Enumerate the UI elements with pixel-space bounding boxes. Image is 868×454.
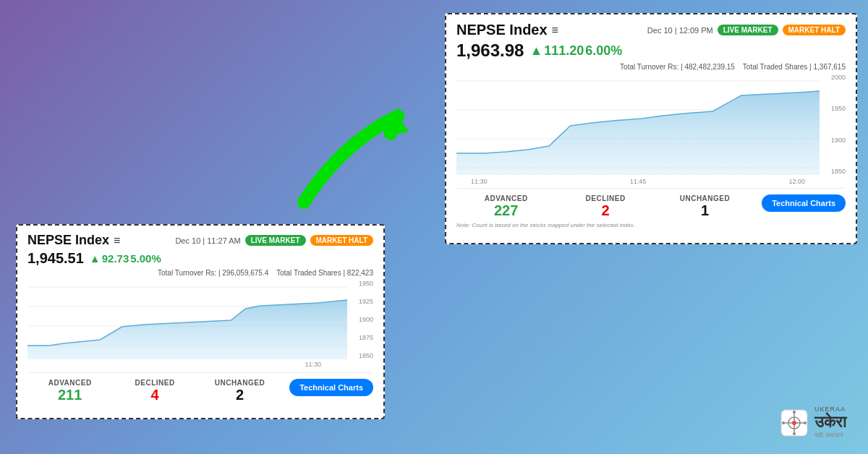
stat-advanced-small: ADVANCED 211 (27, 379, 112, 403)
change-pct-small: 5.00% (130, 252, 161, 265)
ukeraa-logo: UKERAA उकेरा सही समाचार (780, 406, 846, 440)
card-small-turnover: Total Turnover Rs: | 296,059,675.4 Total… (27, 269, 373, 277)
shares-label-small: Total Traded Shares | (276, 269, 345, 277)
stat-declined-large: DECLINED 2 (556, 194, 655, 219)
card-large-turnover: Total Turnover Rs: | 482,482,239.15 Tota… (456, 63, 846, 71)
chart-y-axis-small: 1950 1925 1900 1875 1850 (347, 280, 373, 359)
ukeraa-sub-text: सही समाचार (814, 432, 843, 440)
card-large-title-text: NEPSE Index (456, 22, 548, 38)
advanced-label-small: ADVANCED (27, 379, 112, 387)
badge-halt-large: MARKET HALT (783, 25, 846, 35)
tech-charts-container-small: Technical Charts (282, 379, 373, 396)
turnover-label-large: Total Turnover Rs: | (620, 63, 683, 71)
card-large-change: ▲ 111.20 6.00% (529, 43, 622, 59)
chart-x-axis-large: 11:30 11:45 12:00 (456, 178, 820, 185)
svg-point-18 (782, 421, 785, 424)
ukeraa-main-text: उकेरा (814, 413, 846, 432)
advanced-label-large: ADVANCED (456, 194, 556, 202)
tech-charts-btn-small[interactable]: Technical Charts (289, 379, 373, 396)
svg-point-16 (793, 411, 796, 414)
card-large-note: Note: Count is based on the stocks mappe… (456, 222, 846, 228)
unchanged-label-small: UNCHANGED (197, 379, 282, 387)
turnover-value-large: 482,482,239.15 (684, 63, 735, 71)
shares-value-large: 1,367,615 (814, 63, 846, 71)
up-arrow-small: ▲ (90, 252, 101, 265)
unchanged-value-small: 2 (197, 387, 282, 403)
chart-large: 2000 1950 1900 1850 11:30 11:45 12:00 (456, 74, 846, 175)
card-small-header: NEPSE Index ≡ Dec 10 | 11:27 AM LIVE MAR… (27, 233, 373, 248)
advanced-value-large: 227 (456, 202, 556, 219)
turnover-value-small: 296,059,675.4 (222, 269, 268, 277)
change-value-large: 111.20 (544, 43, 584, 59)
declined-label-small: DECLINED (112, 379, 197, 387)
svg-point-15 (792, 421, 796, 425)
chart-small: 1950 1925 1900 1875 1850 11:30 (27, 280, 373, 359)
turnover-label-small: Total Turnover Rs: | (158, 269, 221, 277)
ukeraa-icon (780, 408, 809, 437)
svg-marker-4 (27, 300, 347, 359)
stats-row-small: ADVANCED 211 DECLINED 4 UNCHANGED 2 Tech… (27, 372, 373, 403)
chart-x-axis-small: 11:30 (27, 361, 347, 368)
card-small-meta: Dec 10 | 11:27 AM LIVE MARKET MARKET HAL… (175, 235, 373, 246)
up-arrow-large: ▲ (529, 43, 542, 59)
hamburger-icon-large[interactable]: ≡ (552, 24, 558, 37)
svg-marker-9 (456, 91, 820, 175)
card-small-title: NEPSE Index ≡ (27, 233, 120, 248)
card-large: NEPSE Index ≡ Dec 10 | 12:09 PM LIVE MAR… (445, 13, 857, 244)
tech-charts-btn-large[interactable]: Technical Charts (762, 194, 846, 212)
shares-value-small: 822,423 (347, 269, 373, 277)
card-large-meta: Dec 10 | 12:09 PM LIVE MARKET MARKET HAL… (647, 25, 846, 35)
stat-unchanged-small: UNCHANGED 2 (197, 379, 282, 403)
unchanged-label-large: UNCHANGED (655, 194, 754, 202)
chart-svg-small (27, 280, 347, 359)
card-large-header: NEPSE Index ≡ Dec 10 | 12:09 PM LIVE MAR… (456, 22, 846, 38)
chart-svg-large (456, 74, 820, 175)
card-small-price-row: 1,945.51 ▲ 92.73 5.00% (27, 250, 373, 267)
stat-advanced-large: ADVANCED 227 (456, 194, 556, 219)
ukeraa-top-text: UKERAA (814, 406, 846, 413)
hamburger-icon-small[interactable]: ≡ (114, 234, 120, 247)
declined-value-large: 2 (556, 202, 655, 219)
card-large-title: NEPSE Index ≡ (456, 22, 558, 38)
ukeraa-text-block: UKERAA उकेरा सही समाचार (814, 406, 846, 440)
svg-point-17 (793, 432, 796, 435)
chart-y-axis-large: 2000 1950 1900 1850 (820, 74, 846, 175)
stat-unchanged-large: UNCHANGED 1 (655, 194, 754, 219)
shares-label-large: Total Traded Shares | (743, 63, 812, 71)
stat-declined-small: DECLINED 4 (112, 379, 197, 403)
card-small-change: ▲ 92.73 5.00% (90, 252, 161, 265)
tech-charts-container-large: Technical Charts (754, 194, 846, 212)
green-arrow (282, 87, 427, 231)
change-value-small: 92.73 (102, 252, 129, 265)
svg-point-19 (804, 421, 807, 424)
stats-row-large: ADVANCED 227 DECLINED 2 UNCHANGED 1 Tech… (456, 188, 846, 219)
advanced-value-small: 211 (27, 387, 112, 403)
badge-halt-small: MARKET HALT (310, 235, 373, 246)
card-small-title-text: NEPSE Index (27, 233, 109, 248)
card-large-price-row: 1,963.98 ▲ 111.20 6.00% (456, 40, 846, 61)
badge-live-large: LIVE MARKET (718, 25, 778, 35)
card-small: NEPSE Index ≡ Dec 10 | 11:27 AM LIVE MAR… (16, 224, 385, 419)
badge-live-small: LIVE MARKET (245, 235, 306, 246)
change-pct-large: 6.00% (585, 43, 622, 59)
unchanged-value-large: 1 (655, 202, 754, 219)
card-large-price: 1,963.98 (456, 40, 524, 61)
declined-label-large: DECLINED (556, 194, 655, 202)
card-small-price: 1,945.51 (27, 250, 84, 267)
declined-value-small: 4 (112, 387, 197, 403)
card-small-date: Dec 10 | 11:27 AM (175, 236, 240, 245)
card-large-date: Dec 10 | 12:09 PM (647, 26, 713, 35)
